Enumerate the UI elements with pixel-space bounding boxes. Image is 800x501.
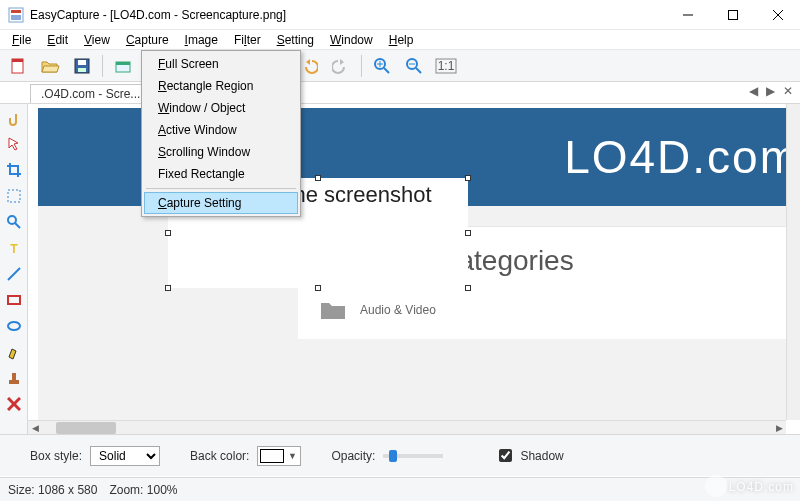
menu-filter[interactable]: Filter xyxy=(226,31,269,49)
watermark: LO4D.com xyxy=(705,475,794,497)
tab-prev[interactable]: ◀ xyxy=(746,84,761,98)
property-bar: Box style: Solid Back color: ▼ Opacity: … xyxy=(0,434,800,476)
menu-full-screen[interactable]: Full Screen xyxy=(144,53,298,75)
horizontal-scrollbar[interactable]: ◀ ▶ xyxy=(28,420,786,434)
title-bar: EasyCapture - [LO4D.com - Screencapture.… xyxy=(0,0,800,30)
minimize-button[interactable] xyxy=(665,0,710,30)
status-size-value: 1086 x 580 xyxy=(38,483,97,497)
hand-tool[interactable] xyxy=(2,106,26,130)
brand-text: LO4D.com xyxy=(564,130,800,184)
svg-rect-13 xyxy=(116,62,130,65)
shadow-label: Shadow xyxy=(520,449,563,463)
maximize-button[interactable] xyxy=(710,0,755,30)
redo-button[interactable] xyxy=(327,53,355,79)
close-button[interactable] xyxy=(755,0,800,30)
vertical-scrollbar[interactable] xyxy=(786,104,800,420)
menu-active-window[interactable]: Active Window xyxy=(144,119,298,141)
svg-rect-1 xyxy=(11,10,21,13)
resize-handle-s[interactable] xyxy=(315,285,321,291)
menu-image[interactable]: Image xyxy=(177,31,226,49)
shadow-checkbox[interactable] xyxy=(499,449,512,462)
zoom-in-button[interactable] xyxy=(368,53,396,79)
svg-line-25 xyxy=(15,223,20,228)
menu-separator xyxy=(146,188,296,189)
save-button[interactable] xyxy=(68,53,96,79)
svg-line-27 xyxy=(8,268,20,280)
rectangle-select-tool[interactable] xyxy=(2,184,26,208)
document-tabs: .O4D.com - Scre... ◀ ▶ ✕ xyxy=(0,82,800,104)
resize-handle-n[interactable] xyxy=(315,175,321,181)
svg-point-29 xyxy=(8,322,20,330)
svg-rect-31 xyxy=(12,373,16,380)
capture-menu: Full Screen Rectangle Region Window / Ob… xyxy=(141,50,301,217)
pointer-tool[interactable] xyxy=(2,132,26,156)
rect-tool[interactable] xyxy=(2,288,26,312)
resize-handle-se[interactable] xyxy=(465,285,471,291)
svg-rect-2 xyxy=(11,15,21,20)
opacity-label: Opacity: xyxy=(331,449,375,463)
svg-text:T: T xyxy=(10,242,18,256)
resize-handle-sw[interactable] xyxy=(165,285,171,291)
resize-handle-ne[interactable] xyxy=(465,175,471,181)
menu-setting[interactable]: Setting xyxy=(269,31,322,49)
menu-capture[interactable]: Capture xyxy=(118,31,177,49)
back-color-picker[interactable]: ▼ xyxy=(257,446,301,466)
resize-handle-e[interactable] xyxy=(465,230,471,236)
category-row: Audio & Video xyxy=(320,299,778,321)
tab-next[interactable]: ▶ xyxy=(763,84,778,98)
svg-line-15 xyxy=(384,68,389,73)
window-title: EasyCapture - [LO4D.com - Screencapture.… xyxy=(30,8,665,22)
svg-rect-11 xyxy=(78,68,86,72)
box-style-select[interactable]: Solid xyxy=(90,446,160,466)
opacity-slider[interactable] xyxy=(383,454,443,458)
status-size-label: Size: xyxy=(8,483,35,497)
slider-thumb[interactable] xyxy=(389,450,397,462)
highlight-tool[interactable] xyxy=(2,340,26,364)
delete-tool[interactable] xyxy=(2,392,26,416)
ellipse-tool[interactable] xyxy=(2,314,26,338)
watermark-text: LO4D.com xyxy=(729,480,794,494)
menu-scrolling-window[interactable]: Scrolling Window xyxy=(144,141,298,163)
scroll-left-arrow[interactable]: ◀ xyxy=(28,423,42,433)
side-toolbar: T xyxy=(0,104,28,434)
menu-edit[interactable]: Edit xyxy=(39,31,76,49)
category-label: Audio & Video xyxy=(360,303,436,317)
line-tool[interactable] xyxy=(2,262,26,286)
text-tool[interactable]: T xyxy=(2,236,26,260)
resize-handle-w[interactable] xyxy=(165,230,171,236)
app-icon xyxy=(8,7,24,23)
menu-view[interactable]: View xyxy=(76,31,118,49)
folder-icon xyxy=(320,299,346,321)
crop-tool[interactable] xyxy=(2,158,26,182)
open-button[interactable] xyxy=(36,53,64,79)
scroll-right-arrow[interactable]: ▶ xyxy=(772,423,786,433)
menu-rectangle-region[interactable]: Rectangle Region xyxy=(144,75,298,97)
svg-rect-30 xyxy=(9,380,19,384)
menu-window[interactable]: Window xyxy=(322,31,381,49)
menu-file[interactable]: File xyxy=(4,31,39,49)
zoom-11-button[interactable]: 1:1 xyxy=(432,53,460,79)
zoom-tool[interactable] xyxy=(2,210,26,234)
menu-bar: File Edit View Capture Image Filter Sett… xyxy=(0,30,800,50)
zoom-out-button[interactable] xyxy=(400,53,428,79)
document-tab[interactable]: .O4D.com - Scre... xyxy=(30,84,151,103)
svg-text:1:1: 1:1 xyxy=(438,59,455,73)
main-toolbar: 1:1 xyxy=(0,50,800,82)
status-bar: Size: 1086 x 580 Zoom: 100% xyxy=(0,477,800,501)
new-button[interactable] xyxy=(4,53,32,79)
menu-fixed-rectangle[interactable]: Fixed Rectangle xyxy=(144,163,298,185)
capture-button[interactable] xyxy=(109,53,137,79)
back-color-label: Back color: xyxy=(190,449,249,463)
svg-rect-4 xyxy=(728,10,737,19)
status-zoom-value: 100% xyxy=(147,483,178,497)
svg-rect-28 xyxy=(8,296,20,304)
tab-close[interactable]: ✕ xyxy=(780,84,796,98)
menu-help[interactable]: Help xyxy=(381,31,422,49)
menu-window-object[interactable]: Window / Object xyxy=(144,97,298,119)
svg-rect-8 xyxy=(12,59,23,62)
stamp-tool[interactable] xyxy=(2,366,26,390)
scroll-thumb-h[interactable] xyxy=(56,422,116,434)
menu-capture-setting[interactable]: Capture Setting xyxy=(144,192,298,214)
watermark-icon xyxy=(705,475,727,497)
status-zoom-label: Zoom: xyxy=(109,483,143,497)
